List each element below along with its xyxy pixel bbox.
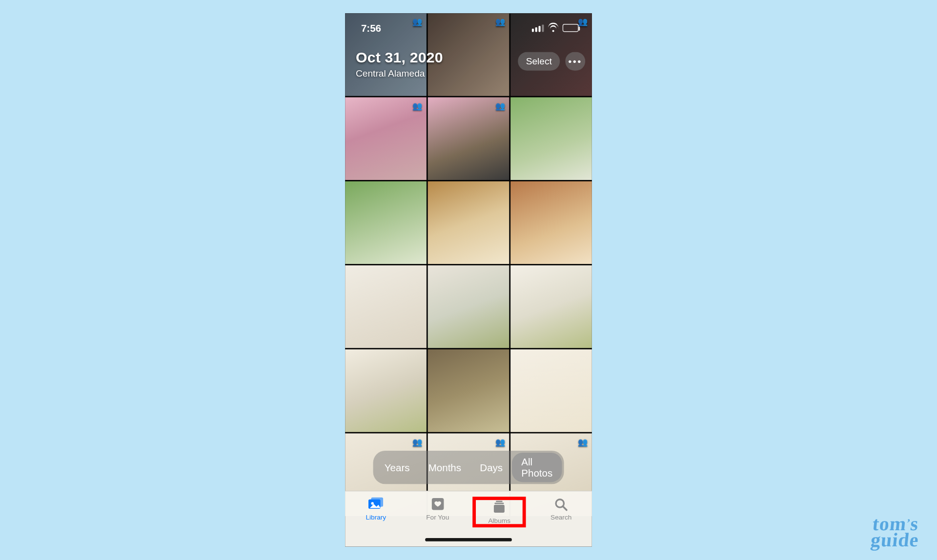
segment-months[interactable]: Months <box>419 459 471 477</box>
photo-thumbnail[interactable] <box>345 265 427 348</box>
more-icon: ••• <box>569 56 582 67</box>
library-icon <box>367 497 385 511</box>
header-date: Oct 31, 2020 <box>356 49 443 67</box>
tab-label: Library <box>366 513 386 520</box>
photo-thumbnail[interactable]: 👥 <box>345 97 427 180</box>
photo-thumbnail[interactable] <box>428 265 509 348</box>
photo-thumbnail[interactable]: 👥 <box>428 97 509 180</box>
cellular-icon <box>532 24 544 32</box>
people-badge-icon: 👥 <box>412 438 423 447</box>
segment-all-photos[interactable]: All Photos <box>512 453 562 482</box>
photo-thumbnail[interactable] <box>428 349 509 432</box>
for-you-icon <box>429 497 447 511</box>
tab-label: Albums <box>488 517 510 524</box>
status-bar: 7:56 <box>345 13 592 42</box>
tab-for-you[interactable]: For You <box>411 497 464 520</box>
header-location: Central Alameda <box>356 68 443 79</box>
svg-rect-6 <box>496 500 503 502</box>
view-segmented-control[interactable]: Years Months Days All Photos <box>373 451 564 484</box>
tab-label: Search <box>550 513 571 520</box>
photo-thumbnail[interactable] <box>510 349 592 432</box>
svg-rect-5 <box>495 503 504 504</box>
photo-thumbnail[interactable] <box>345 349 427 432</box>
select-button[interactable]: Select <box>518 52 560 70</box>
home-indicator[interactable] <box>425 538 512 541</box>
photo-thumbnail[interactable] <box>510 265 592 348</box>
tab-search[interactable]: Search <box>534 497 588 520</box>
wifi-icon <box>548 24 559 32</box>
people-badge-icon: 👥 <box>578 438 588 447</box>
photo-thumbnail[interactable] <box>345 181 427 264</box>
tab-library[interactable]: Library <box>349 497 403 520</box>
more-button[interactable]: ••• <box>565 52 585 70</box>
watermark-line2: guide <box>870 532 919 548</box>
svg-point-2 <box>371 502 374 504</box>
photo-thumbnail[interactable] <box>428 181 509 264</box>
albums-icon <box>490 500 508 515</box>
status-time: 7:56 <box>361 22 381 34</box>
watermark-toms-guide: tom’s guide <box>870 516 921 548</box>
segment-days[interactable]: Days <box>470 459 512 477</box>
svg-line-8 <box>563 507 567 510</box>
grid-header: Oct 31, 2020 Central Alameda <box>356 49 443 79</box>
tab-label: For You <box>426 513 449 520</box>
battery-icon <box>563 24 579 32</box>
iphone-screenshot: 👥 👥 👥 👥 👥 👥 👥 👥 7:56 <box>345 13 592 547</box>
photo-thumbnail[interactable] <box>510 97 592 180</box>
search-icon <box>552 497 570 511</box>
svg-rect-4 <box>494 505 505 513</box>
people-badge-icon: 👥 <box>495 438 506 447</box>
tab-albums[interactable]: Albums <box>473 497 526 527</box>
photo-thumbnail[interactable] <box>510 181 592 264</box>
segment-years[interactable]: Years <box>375 459 419 477</box>
people-badge-icon: 👥 <box>412 101 423 111</box>
select-label: Select <box>526 56 552 67</box>
people-badge-icon: 👥 <box>495 101 506 111</box>
